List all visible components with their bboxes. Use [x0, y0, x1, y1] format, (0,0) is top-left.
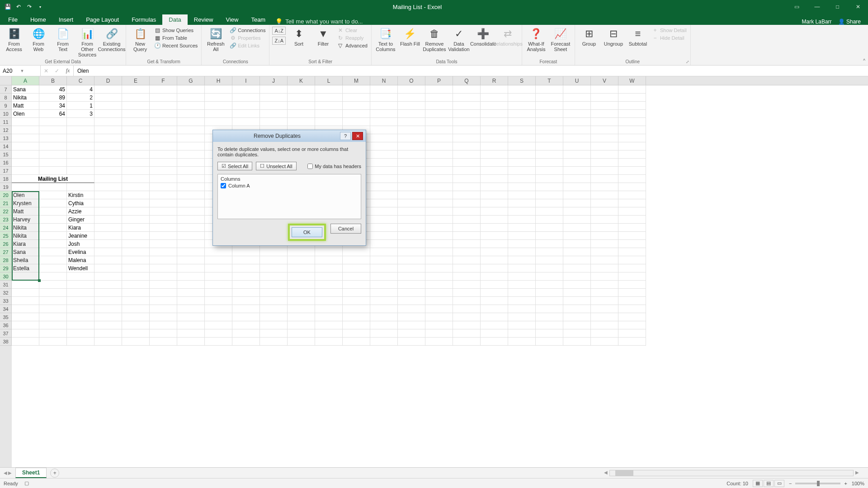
cell[interactable]: [288, 110, 315, 118]
cell[interactable]: [591, 110, 618, 118]
cell[interactable]: [94, 232, 122, 240]
cell[interactable]: [39, 256, 67, 264]
cell[interactable]: [618, 191, 646, 199]
cell[interactable]: [150, 126, 177, 134]
existing-connections-button[interactable]: 🔗Existing Connections: [100, 27, 123, 53]
cell[interactable]: [39, 281, 67, 289]
cell[interactable]: [94, 126, 122, 134]
cell[interactable]: [94, 191, 122, 199]
cell[interactable]: [177, 167, 205, 175]
cell[interactable]: [425, 321, 453, 329]
row-header[interactable]: 10: [0, 110, 12, 118]
cell[interactable]: [67, 118, 94, 126]
dialog-help-button[interactable]: ?: [340, 132, 351, 140]
cell[interactable]: [591, 297, 618, 305]
cell[interactable]: 34: [39, 102, 67, 110]
clear-filter-button[interactable]: ✕Clear: [336, 27, 368, 34]
cell[interactable]: [481, 329, 508, 338]
tab-data[interactable]: Data: [162, 14, 187, 25]
cell[interactable]: [563, 118, 591, 126]
cell[interactable]: [39, 289, 67, 297]
row-header[interactable]: 12: [0, 126, 12, 134]
cell[interactable]: [591, 272, 618, 281]
cell[interactable]: [67, 167, 94, 175]
cell[interactable]: [398, 85, 425, 94]
cell[interactable]: [453, 110, 481, 118]
cell[interactable]: [563, 289, 591, 297]
cell[interactable]: [150, 272, 177, 281]
cell[interactable]: [122, 102, 150, 110]
row-header[interactable]: 23: [0, 216, 12, 224]
cell[interactable]: [150, 183, 177, 191]
cell[interactable]: [481, 207, 508, 216]
cell[interactable]: [591, 150, 618, 159]
cell[interactable]: [508, 126, 536, 134]
cell[interactable]: [618, 289, 646, 297]
cell[interactable]: [315, 102, 343, 110]
cell[interactable]: [591, 199, 618, 207]
cell[interactable]: [122, 305, 150, 313]
row-header[interactable]: 34: [0, 305, 12, 313]
cell[interactable]: [536, 207, 563, 216]
cell[interactable]: [39, 272, 67, 281]
cell[interactable]: [481, 240, 508, 248]
cell[interactable]: [508, 297, 536, 305]
cell[interactable]: [232, 281, 260, 289]
cell[interactable]: [425, 183, 453, 191]
cell[interactable]: [150, 329, 177, 338]
cell[interactable]: [370, 142, 398, 150]
cell[interactable]: [343, 329, 370, 338]
cell[interactable]: [260, 321, 288, 329]
cell[interactable]: [398, 297, 425, 305]
cell[interactable]: [122, 126, 150, 134]
cell[interactable]: [150, 264, 177, 272]
cell[interactable]: Kiara: [67, 224, 94, 232]
cell[interactable]: [370, 183, 398, 191]
cell[interactable]: [563, 191, 591, 199]
row-header[interactable]: 18: [0, 175, 12, 183]
cell[interactable]: [177, 216, 205, 224]
cell[interactable]: [591, 224, 618, 232]
cell[interactable]: [122, 175, 150, 183]
cell[interactable]: [453, 167, 481, 175]
cell[interactable]: [453, 142, 481, 150]
cell[interactable]: [260, 272, 288, 281]
cell[interactable]: [481, 272, 508, 281]
cell[interactable]: [591, 264, 618, 272]
cell[interactable]: [288, 118, 315, 126]
headers-checkbox-label[interactable]: My data has headers: [307, 164, 361, 169]
cell[interactable]: [453, 175, 481, 183]
cell[interactable]: [563, 207, 591, 216]
cell[interactable]: [425, 110, 453, 118]
maximize-icon[interactable]: □: [827, 0, 848, 14]
cell[interactable]: [618, 142, 646, 150]
cell[interactable]: [618, 207, 646, 216]
cell[interactable]: [591, 305, 618, 313]
cell[interactable]: [618, 159, 646, 167]
cell[interactable]: [67, 338, 94, 346]
horizontal-scrollbar[interactable]: ◀ ▶: [59, 470, 868, 476]
select-all-button[interactable]: ☑Select All: [217, 162, 252, 170]
cell[interactable]: [508, 272, 536, 281]
cell[interactable]: Azzie: [67, 207, 94, 216]
cell[interactable]: [398, 305, 425, 313]
ok-button[interactable]: OK: [292, 227, 322, 237]
consolidate-button[interactable]: ➕Consolidate: [472, 27, 495, 47]
cell[interactable]: [453, 256, 481, 264]
cell[interactable]: [39, 313, 67, 321]
row-header[interactable]: 27: [0, 248, 12, 256]
cell[interactable]: [205, 321, 232, 329]
cell[interactable]: [177, 313, 205, 321]
cell[interactable]: [618, 224, 646, 232]
cell[interactable]: [12, 272, 39, 281]
cell[interactable]: [177, 297, 205, 305]
cell[interactable]: [481, 102, 508, 110]
cell[interactable]: [508, 207, 536, 216]
cell[interactable]: Nikita: [12, 224, 39, 232]
row-header[interactable]: 11: [0, 118, 12, 126]
cell[interactable]: [398, 216, 425, 224]
cell[interactable]: [122, 256, 150, 264]
cell[interactable]: [398, 338, 425, 346]
cell[interactable]: [591, 191, 618, 199]
cell[interactable]: Jeanine: [67, 232, 94, 240]
